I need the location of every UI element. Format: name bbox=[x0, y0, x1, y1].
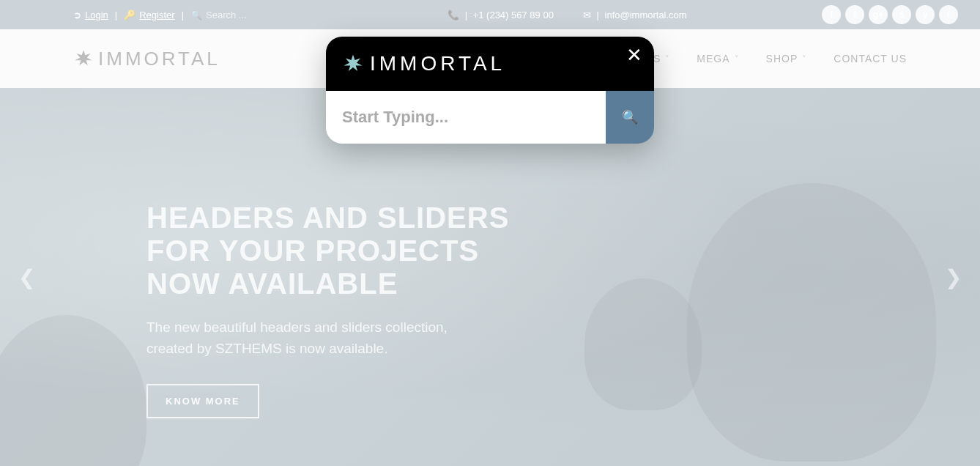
leaf-icon bbox=[342, 53, 364, 75]
close-icon[interactable]: ✕ bbox=[626, 44, 642, 67]
modal-logo-text: IMMORTAL bbox=[370, 52, 505, 75]
search-modal: IMMORTAL ✕ 🔍 bbox=[326, 37, 654, 144]
search-modal-body: 🔍 bbox=[326, 91, 654, 144]
search-input[interactable] bbox=[326, 91, 606, 144]
search-button[interactable]: 🔍 bbox=[606, 91, 654, 144]
search-modal-header: IMMORTAL ✕ bbox=[326, 37, 654, 91]
search-icon: 🔍 bbox=[622, 109, 638, 125]
modal-logo: IMMORTAL bbox=[342, 52, 505, 75]
